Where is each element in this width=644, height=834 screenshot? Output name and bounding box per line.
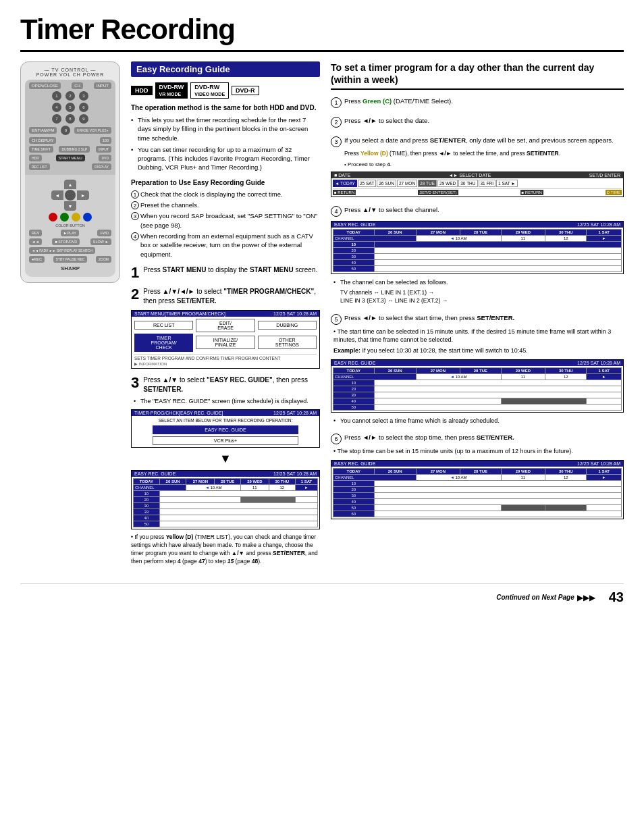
- right-step4-text: Press ▲/▼ to select the channel.: [344, 205, 439, 214]
- step3-num: 3: [131, 375, 139, 390]
- step1-block: 1 Press START MENU to display the START …: [131, 265, 320, 280]
- right-step6-num: 6: [331, 434, 342, 444]
- format-badges: HDD DVD-RWVR MODE DVD-RWVIDEO MODE DVD-R: [131, 82, 320, 99]
- right-step3-text: If you select a date and press SET/ENTER…: [344, 136, 614, 145]
- right-step2-num: 2: [331, 117, 342, 128]
- prep-step-4: 4 When recording from an external equipm…: [131, 232, 320, 259]
- intro-bullet-1: This lets you set the timer recording sc…: [131, 115, 320, 142]
- right-step-6: 6 Press ◄/► to select the stop time, the…: [331, 433, 624, 519]
- right-arrows-icon: ▶▶▶: [577, 593, 595, 602]
- page-title: Timer Recording: [20, 14, 624, 52]
- right-section-heading: To set a timer program for a day other t…: [331, 61, 624, 90]
- badge-dvdrw-vr: DVD-RWVR MODE: [155, 82, 188, 99]
- right-step2-text: Press ◄/► to select the date.: [344, 116, 429, 125]
- step3-block: 3 Press ▲/▼ to select "EASY REC. GUIDE",…: [131, 375, 320, 566]
- right-column: To set a timer program for a day other t…: [331, 61, 624, 527]
- right-step-4: 4 Press ▲/▼ to select the channel. EASY …: [331, 205, 624, 305]
- easy-rec-screen-5: EASY REC. GUIDE 12/25 SAT 10:28 AM TODAY…: [331, 359, 624, 413]
- timer-prog-screen: TIMER PROG/CHCK[EASY REC. GUIDE] 12/25 S…: [131, 409, 320, 448]
- step6-note: • The stop time can be set in 15 minute …: [331, 447, 624, 456]
- right-step3-sub: Press Yellow (D) (TIME), then press ◄/► …: [331, 150, 624, 168]
- prep-step-2: 2 Preset the channels.: [131, 201, 320, 209]
- prep-steps-list: 1 Check that the clock is displaying the…: [131, 190, 320, 259]
- right-step1-text: Press Green (C) (DATE/TIME Select).: [344, 97, 453, 105]
- intro-bullet-2: You can set timer recording for up to a …: [131, 145, 320, 172]
- easy-rec-screen-4: EASY REC. GUIDE 12/25 SAT 10:28 AM TODAY…: [331, 221, 624, 274]
- badge-dvdr: DVD-R: [232, 86, 259, 95]
- right-step1-num: 1: [331, 97, 342, 108]
- right-step-1: 1 Press Green (C) (DATE/TIME Select).: [331, 97, 624, 108]
- badge-dvdrw-video: DVD-RWVIDEO MODE: [190, 82, 229, 99]
- intro-bullet-list: This lets you set the timer recording sc…: [131, 115, 320, 172]
- right-step-3: 3 If you select a date and press SET/ENT…: [331, 136, 624, 197]
- remote-control-image: — TV CONTROL —POWER VOL CH POWER OPEN/CL…: [20, 61, 120, 283]
- step2-num: 2: [131, 287, 139, 302]
- step3-note: • If you press Yellow (D) (TIMER LIST), …: [131, 533, 320, 566]
- step1-num: 1: [131, 265, 139, 280]
- easy-guide-title: Easy Recording Guide: [131, 61, 320, 77]
- badge-hdd: HDD: [131, 86, 153, 95]
- step1-text: Press START MENU to display the START ME…: [143, 265, 317, 275]
- step4-channel-detail: TV channels ↔ LINE IN 1 (EXT.1) →LINE IN…: [331, 289, 624, 305]
- right-step-2: 2 Press ◄/► to select the date.: [331, 116, 624, 128]
- continued-text: Continued on Next Page: [496, 594, 574, 601]
- step3-text: Press ▲/▼ to select "EASY REC. GUIDE", t…: [143, 375, 320, 394]
- easy-rec-screen-6: EASY REC. GUIDE 12/25 SAT 10:28 AM TODAY…: [331, 460, 624, 519]
- step5-notes: • The start time can be selected in 15 m…: [331, 328, 624, 355]
- right-step5-num: 5: [331, 314, 342, 325]
- page-footer: Continued on Next Page ▶▶▶ 43: [20, 583, 624, 605]
- step4-channel-note: The channel can be selected as follows.: [331, 278, 624, 287]
- right-step5-text: Press ◄/► to select the start time, then…: [344, 313, 514, 322]
- bold-intro-text: The operation method is the same for bot…: [131, 104, 320, 111]
- page-number: 43: [609, 590, 624, 605]
- start-menu-screen: START MENU[TIMER PROGRAM/CHECK] 12/25 SA…: [131, 310, 320, 369]
- right-step4-num: 4: [331, 206, 342, 217]
- arrow-down-icon: ▼: [131, 452, 320, 466]
- step2-block: 2 Press ▲/▼/◄/► to select "TIMER PROGRAM…: [131, 287, 320, 369]
- right-step-5: 5 Press ◄/► to select the start time, th…: [331, 313, 624, 425]
- easy-rec-screen-1: EASY REC. GUIDE 12/25 SAT 10:28 AM TODAY…: [131, 470, 320, 529]
- middle-column: Easy Recording Guide HDD DVD-RWVR MODE D…: [131, 61, 320, 573]
- right-step6-text: Press ◄/► to select the stop time, then …: [344, 433, 514, 442]
- step3-bullet: The "EASY REC. GUIDE" screen (time sched…: [131, 397, 320, 406]
- prep-step-3: 3 When you record SAP broadcast, set "SA…: [131, 211, 320, 230]
- right-step3-num: 3: [331, 136, 342, 147]
- prep-title: Preparation to Use Easy Recording Guide: [131, 179, 320, 186]
- step2-text: Press ▲/▼/◄/► to select "TIMER PROGRAM/C…: [143, 287, 320, 306]
- date-select-screen: ■ DATE ◄► SELECT DATE SET/D ENTER ◄ TODA…: [331, 172, 624, 197]
- step5-cannot-note: You cannot select a time frame which is …: [331, 417, 624, 425]
- prep-step-1: 1 Check that the clock is displaying the…: [131, 190, 320, 199]
